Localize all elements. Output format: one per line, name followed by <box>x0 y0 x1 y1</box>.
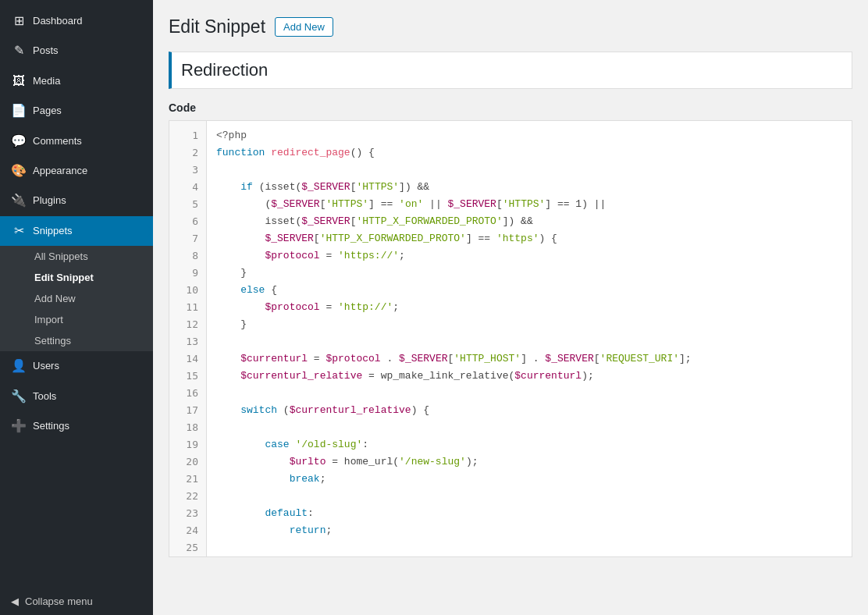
sidebar-item-plugins[interactable]: 🔌 Plugins <box>0 186 153 215</box>
submenu-edit-snippet[interactable]: Edit Snippet <box>0 267 153 288</box>
sidebar-item-label: Media <box>33 74 60 88</box>
sidebar-item-appearance[interactable]: 🎨 Appearance <box>0 156 153 186</box>
submenu-add-new[interactable]: Add New <box>0 288 153 309</box>
code-editor[interactable]: 1 2 3 4 5 6 7 8 9 10 11 12 13 14 15 16 1… <box>169 120 852 557</box>
plugins-icon: 🔌 <box>11 192 27 209</box>
sidebar-item-label: Dashboard <box>33 14 83 28</box>
sidebar-item-label: Snippets <box>33 224 73 238</box>
page-title-row: Edit Snippet Add New <box>169 16 852 39</box>
sidebar-item-dashboard[interactable]: ⊞ Dashboard <box>0 6 153 36</box>
tools-icon: 🔧 <box>11 388 27 405</box>
snippets-arrow-icon <box>147 225 153 237</box>
sidebar-item-tools[interactable]: 🔧 Tools <box>0 382 153 411</box>
dashboard-icon: ⊞ <box>11 12 27 30</box>
submenu-import[interactable]: Import <box>0 309 153 330</box>
sidebar-item-settings[interactable]: ➕ Settings <box>0 411 153 441</box>
sidebar-item-label: Tools <box>33 389 56 403</box>
collapse-menu-label: Collapse menu <box>25 595 93 607</box>
sidebar-item-label: Posts <box>33 44 59 58</box>
media-icon: 🖼 <box>11 73 27 90</box>
main-inner: Edit Snippet Add New Code 1 2 3 4 5 6 7 … <box>153 0 868 615</box>
add-new-button[interactable]: Add New <box>275 17 333 37</box>
snippets-submenu: All Snippets Edit Snippet Add New Import… <box>0 246 153 351</box>
submenu-settings[interactable]: Settings <box>0 330 153 351</box>
sidebar-item-snippets[interactable]: ✂ Snippets <box>0 216 153 246</box>
sidebar-item-label: Comments <box>33 134 82 148</box>
sidebar-item-posts[interactable]: ✎ Posts <box>0 36 153 66</box>
sidebar-item-media[interactable]: 🖼 Media <box>0 66 153 96</box>
line-numbers: 1 2 3 4 5 6 7 8 9 10 11 12 13 14 15 16 1… <box>169 121 207 556</box>
code-content[interactable]: <?php function redirect_page() { if (iss… <box>207 121 701 556</box>
sidebar-item-pages[interactable]: 📄 Pages <box>0 96 153 126</box>
comments-icon: 💬 <box>11 133 27 150</box>
submenu-all-snippets[interactable]: All Snippets <box>0 246 153 267</box>
snippet-title-input[interactable] <box>172 52 852 88</box>
snippets-icon: ✂ <box>11 222 27 240</box>
collapse-arrow-icon: ◀ <box>11 595 19 607</box>
sidebar-item-label: Plugins <box>33 194 66 208</box>
snippet-title-container <box>169 52 852 89</box>
collapse-menu-button[interactable]: ◀ Collapse menu <box>0 588 153 615</box>
sidebar-item-users[interactable]: 👤 Users <box>0 351 153 381</box>
code-section-label: Code <box>169 101 852 114</box>
pages-icon: 📄 <box>11 102 27 119</box>
sidebar-item-label: Pages <box>33 104 62 118</box>
appearance-icon: 🎨 <box>11 162 27 180</box>
sidebar-header: ⊞ Dashboard ✎ Posts 🖼 Media 📄 Pages 💬 Co… <box>0 0 153 447</box>
sidebar: ⊞ Dashboard ✎ Posts 🖼 Media 📄 Pages 💬 Co… <box>0 0 153 615</box>
sidebar-item-label: Settings <box>33 419 69 433</box>
sidebar-item-comments[interactable]: 💬 Comments <box>0 126 153 156</box>
users-icon: 👤 <box>11 357 27 375</box>
sidebar-item-label: Users <box>33 359 59 373</box>
posts-icon: ✎ <box>11 42 27 59</box>
main-content: Edit Snippet Add New Code 1 2 3 4 5 6 7 … <box>153 0 868 615</box>
settings-icon: ➕ <box>11 418 27 435</box>
sidebar-item-label: Appearance <box>33 164 87 178</box>
page-title: Edit Snippet <box>169 16 265 39</box>
